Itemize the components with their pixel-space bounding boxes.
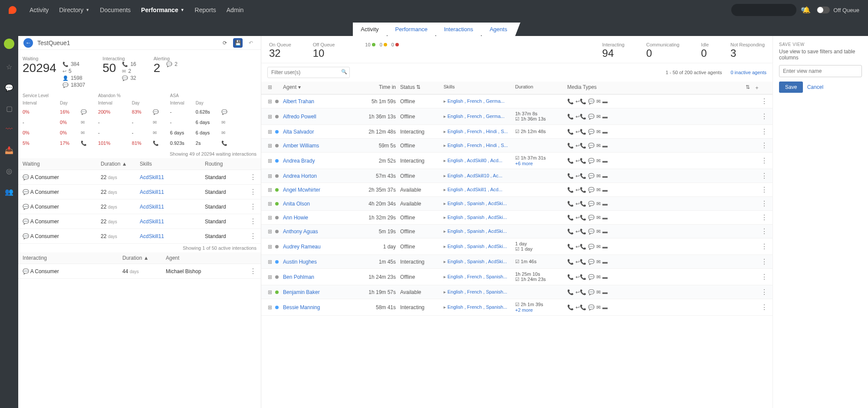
col-duration2[interactable]: Duration ▲: [122, 255, 166, 261]
col-duration[interactable]: Duration: [515, 84, 567, 91]
agent-row[interactable]: ⊞Anthony Aguas5m 19sOffline▸English , Sp…: [261, 225, 773, 238]
expand-caret-icon[interactable]: ▸: [444, 289, 446, 294]
expand-row-icon[interactable]: ⊞: [265, 201, 275, 207]
col-agent[interactable]: Agent ▾: [283, 84, 357, 91]
save-disk-icon[interactable]: 💾: [233, 38, 243, 48]
agent-name-link[interactable]: Alfredo Powell: [283, 114, 357, 120]
row-menu-icon[interactable]: ⋮: [760, 172, 769, 180]
people-icon[interactable]: 👥: [4, 186, 14, 197]
skills-link[interactable]: English , Spanish , AcdSki...: [447, 244, 507, 249]
expand-caret-icon[interactable]: ▸: [444, 274, 446, 279]
col-media[interactable]: Media Types ⇅ ＋: [567, 84, 760, 91]
expand-caret-icon[interactable]: ▸: [444, 304, 446, 310]
col-agent[interactable]: Agent: [166, 255, 256, 261]
row-menu-icon[interactable]: ⋮: [250, 267, 256, 275]
expand-row-icon[interactable]: ⊞: [265, 274, 275, 280]
skill-link[interactable]: AcdSkill11: [140, 219, 205, 225]
agent-row[interactable]: ⊞Benjamin Baker1h 19m 57sAvailable▸Engli…: [261, 285, 773, 299]
row-menu-icon[interactable]: ⋮: [760, 258, 769, 266]
nav-reports[interactable]: Reports: [195, 7, 216, 13]
expand-row-icon[interactable]: ⊞: [265, 244, 275, 250]
expand-row-icon[interactable]: ⊞: [265, 289, 275, 295]
user-avatar[interactable]: [4, 39, 14, 49]
nav-performance[interactable]: Performance ▼: [141, 7, 184, 13]
expand-caret-icon[interactable]: ▸: [444, 158, 446, 163]
row-menu-icon[interactable]: ⋮: [250, 202, 256, 211]
agent-row[interactable]: ⊞Austin Hughes1m 45sInteracting▸English …: [261, 255, 773, 269]
agent-name-link[interactable]: Benjamin Baker: [283, 289, 357, 295]
expand-caret-icon[interactable]: ▸: [444, 201, 446, 206]
undo-icon[interactable]: ↶: [246, 38, 256, 48]
view-name-input[interactable]: [779, 65, 862, 77]
agent-row[interactable]: ⊞Angel Mcwhirter2h 35m 37sAvailable▸Engl…: [261, 183, 773, 197]
queue-toggle[interactable]: [817, 7, 830, 13]
row-menu-icon[interactable]: ⋮: [760, 199, 769, 208]
inactive-agents-link[interactable]: 0 inactive agents: [730, 70, 766, 75]
agent-row[interactable]: ⊞Anita Olson4h 20m 34sAvailable▸English …: [261, 197, 773, 211]
expand-row-icon[interactable]: ⊞: [265, 215, 275, 221]
expand-row-icon[interactable]: ⊞: [265, 173, 275, 179]
row-menu-icon[interactable]: ⋮: [760, 242, 769, 251]
agent-name-link[interactable]: Ann Howie: [283, 215, 357, 221]
expand-row-icon[interactable]: ⊞: [265, 304, 275, 310]
chat-icon[interactable]: 💬: [4, 82, 14, 93]
agent-name-link[interactable]: Anthony Aguas: [283, 228, 357, 235]
expand-row-icon[interactable]: ⊞: [265, 228, 275, 235]
agent-row[interactable]: ⊞Albert Trahan5h 1m 59sOffline▸English ,…: [261, 95, 773, 108]
skills-link[interactable]: English , French , Germa...: [447, 114, 504, 119]
nav-activity[interactable]: Activity: [30, 7, 49, 13]
back-button[interactable]: ←: [23, 38, 33, 48]
col-status[interactable]: Status ⇅: [400, 84, 444, 91]
agent-name-link[interactable]: Austin Hughes: [283, 259, 357, 265]
agent-name-link[interactable]: Alta Salvador: [283, 129, 357, 135]
col-routing[interactable]: Routing: [205, 161, 256, 167]
star-icon[interactable]: ☆: [4, 62, 14, 72]
agent-row[interactable]: ⊞Andrea Horton57m 43sOffline▸English , A…: [261, 169, 773, 183]
expand-caret-icon[interactable]: ▸: [444, 98, 446, 104]
skill-link[interactable]: AcdSkill11: [140, 189, 205, 195]
expand-caret-icon[interactable]: ▸: [444, 244, 446, 249]
skill-link[interactable]: AcdSkill11: [140, 204, 205, 210]
nav-directory[interactable]: Directory ▼: [59, 7, 89, 13]
agent-row[interactable]: ⊞Ann Howie1h 32m 29sOffline▸English , Sp…: [261, 211, 773, 225]
expand-row-icon[interactable]: ⊞: [265, 129, 275, 135]
expand-row-icon[interactable]: ⊞: [265, 143, 275, 149]
expand-row-icon[interactable]: ⊞: [265, 259, 275, 265]
agent-name-link[interactable]: Albert Trahan: [283, 98, 357, 104]
expand-caret-icon[interactable]: ▸: [444, 143, 446, 148]
row-menu-icon[interactable]: ⋮: [760, 303, 769, 311]
skills-link[interactable]: English , Spanish , AcdSki...: [447, 259, 507, 264]
expand-row-icon[interactable]: ⊞: [265, 114, 275, 120]
row-menu-icon[interactable]: ⋮: [760, 273, 769, 281]
expand-all-icon[interactable]: ⊞: [265, 84, 275, 91]
row-menu-icon[interactable]: ⋮: [760, 157, 769, 165]
global-search-input[interactable]: [736, 7, 801, 13]
refresh-icon[interactable]: ⟳: [220, 38, 230, 48]
tab-activity[interactable]: Activity: [353, 23, 386, 36]
skills-link[interactable]: English , French , Spanish...: [447, 274, 507, 279]
skills-link[interactable]: English , Spanish , AcdSki...: [447, 228, 507, 234]
agent-row[interactable]: ⊞Ben Pohlman1h 24m 23sOffline▸English , …: [261, 269, 773, 285]
row-menu-icon[interactable]: ⋮: [760, 186, 769, 194]
col-interacting[interactable]: Interacting: [23, 255, 122, 261]
skills-link[interactable]: English , AcdSkill1 , Acd...: [447, 187, 503, 192]
expand-caret-icon[interactable]: ▸: [444, 228, 446, 234]
tab-agents[interactable]: Agents: [482, 23, 515, 36]
agent-name-link[interactable]: Anita Olson: [283, 201, 357, 207]
agent-row[interactable]: ⊞Audrey Rameau1 dayOffline▸English , Spa…: [261, 238, 773, 255]
skills-link[interactable]: English , French , Germa...: [447, 98, 504, 104]
skill-link[interactable]: AcdSkill11: [140, 233, 205, 239]
skills-link[interactable]: English , French , Hindi , S...: [447, 129, 508, 134]
agent-name-link[interactable]: Andrea Brady: [283, 158, 357, 164]
add-column-icon[interactable]: ＋: [754, 84, 760, 91]
agent-name-link[interactable]: Bessie Manning: [283, 304, 357, 310]
expand-caret-icon[interactable]: ▸: [444, 187, 446, 192]
row-menu-icon[interactable]: ⋮: [760, 97, 769, 105]
row-menu-icon[interactable]: ⋮: [760, 141, 769, 150]
row-menu-icon[interactable]: ⋮: [760, 112, 769, 121]
row-menu-icon[interactable]: ⋮: [250, 232, 256, 240]
row-menu-icon[interactable]: ⋮: [760, 127, 769, 136]
expand-caret-icon[interactable]: ▸: [444, 129, 446, 134]
skills-link[interactable]: English , French , Hindi , S...: [447, 143, 508, 148]
agent-row[interactable]: ⊞Alfredo Powell1h 36m 13sOffline▸English…: [261, 108, 773, 125]
